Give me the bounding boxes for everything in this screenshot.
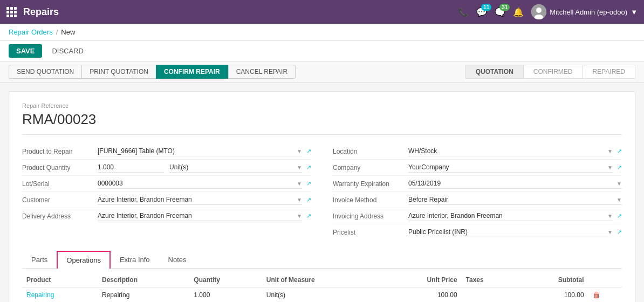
company-input[interactable] — [408, 163, 607, 171]
cell-uom: Unit(s) — [262, 287, 381, 303]
company-dropdown[interactable]: ▼ — [408, 162, 613, 173]
customer-external-link[interactable]: ↗ — [306, 196, 311, 203]
svg-point-1 — [536, 8, 542, 13]
unit-dropdown[interactable]: ▼ — [169, 162, 302, 173]
delivery-input[interactable] — [98, 212, 297, 219]
warranty-dropdown-arrow[interactable]: ▼ — [616, 181, 622, 187]
breadcrumb-separator: / — [56, 28, 58, 36]
reference-label: Repair Reference — [22, 102, 622, 109]
value-location: ▼ ↗ — [408, 146, 622, 156]
form-row-delivery: Delivery Address ▼ ↗ — [22, 208, 311, 224]
chat-icon[interactable]: 💬 11 — [476, 7, 487, 17]
invoicing-address-external-link[interactable]: ↗ — [617, 212, 622, 219]
form-row-quantity: Product Quantity ▼ ↗ — [22, 160, 311, 176]
navbar-right: 📞 💬 11 🗨️ 31 🔔 Mitchell Admin (ep-odoo) … — [458, 4, 638, 19]
pricelist-external-link[interactable]: ↗ — [617, 229, 622, 236]
value-customer: ▼ ↗ — [98, 195, 311, 205]
delete-row-icon[interactable]: 🗑 — [593, 291, 600, 299]
quantity-input[interactable] — [98, 163, 164, 171]
value-pricelist: ▼ ↗ — [408, 227, 622, 237]
bell-icon[interactable]: 🔔 — [513, 7, 524, 17]
location-external-link[interactable]: ↗ — [617, 148, 622, 155]
cell-product: Repairing — [22, 287, 98, 303]
cancel-repair-button[interactable]: CANCEL REPAIR — [228, 65, 296, 79]
discard-button[interactable]: DISCARD — [46, 44, 89, 58]
invoice-method-dropdown[interactable]: ▼ — [408, 195, 622, 205]
user-info[interactable]: Mitchell Admin (ep-odoo) ▼ — [531, 4, 638, 19]
invoice-method-dropdown-arrow[interactable]: ▼ — [616, 197, 622, 203]
send-quotation-button[interactable]: SEND QUOTATION — [9, 65, 81, 79]
invoicing-address-dropdown-arrow[interactable]: ▼ — [607, 213, 613, 219]
status-bar: QUOTATION CONFIRMED REPAIRED — [465, 65, 635, 79]
tab-operations[interactable]: Operations — [57, 251, 111, 269]
form-card: Repair Reference RMA/00023 Product to Re… — [9, 91, 635, 302]
status-step-repaired: REPAIRED — [583, 65, 635, 79]
unit-dropdown-arrow[interactable]: ▼ — [297, 164, 302, 170]
cell-description: Repairing — [98, 287, 189, 303]
user-name: Mitchell Admin (ep-odoo) — [550, 8, 627, 16]
tabs-bar: Parts Operations Extra Info Notes — [22, 251, 622, 269]
product-input[interactable] — [98, 147, 297, 155]
quantity-dropdown[interactable] — [98, 162, 164, 173]
company-dropdown-arrow[interactable]: ▼ — [607, 164, 613, 170]
phone-icon[interactable]: 📞 — [458, 7, 469, 17]
invoicing-address-input[interactable] — [408, 212, 607, 219]
col-subtotal: Subtotal — [517, 273, 588, 287]
cell-unit-price: 100.00 — [381, 287, 462, 303]
table-row: Repairing Repairing 1.000 Unit(s) 100.00… — [22, 287, 622, 303]
tab-parts[interactable]: Parts — [22, 251, 57, 269]
label-product: Product to Repair — [22, 148, 98, 155]
print-quotation-button[interactable]: PRINT QUOTATION — [81, 65, 156, 79]
product-dropdown-arrow[interactable]: ▼ — [297, 148, 302, 154]
company-external-link[interactable]: ↗ — [617, 164, 622, 171]
label-quantity: Product Quantity — [22, 164, 98, 171]
value-delivery: ▼ ↗ — [98, 211, 311, 221]
tab-notes[interactable]: Notes — [159, 251, 196, 269]
warranty-dropdown[interactable]: ▼ — [408, 179, 622, 189]
invoice-method-input[interactable] — [408, 196, 616, 203]
confirm-repair-button[interactable]: CONFIRM REPAIR — [156, 65, 228, 79]
pricelist-input[interactable] — [408, 228, 607, 236]
action-buttons-left: SEND QUOTATION PRINT QUOTATION CONFIRM R… — [9, 65, 296, 79]
save-button[interactable]: SAVE — [9, 44, 42, 58]
delivery-dropdown-arrow[interactable]: ▼ — [297, 213, 302, 219]
grid-icon[interactable] — [6, 7, 17, 17]
location-dropdown[interactable]: ▼ — [408, 146, 613, 156]
invoicing-address-dropdown[interactable]: ▼ — [408, 211, 613, 221]
breadcrumb-parent[interactable]: Repair Orders — [9, 28, 53, 36]
product-link[interactable]: Repairing — [26, 291, 54, 299]
product-dropdown[interactable]: ▼ — [98, 146, 302, 156]
main-content: Repair Reference RMA/00023 Product to Re… — [0, 83, 644, 302]
form-row-customer: Customer ▼ ↗ — [22, 192, 311, 208]
operations-table: Product Description Quantity Unit of Mea… — [22, 273, 622, 302]
warranty-input[interactable] — [408, 180, 616, 187]
unit-input[interactable] — [169, 163, 297, 171]
value-lot: ▼ ↗ — [98, 179, 311, 189]
pricelist-dropdown-arrow[interactable]: ▼ — [607, 229, 613, 235]
col-quantity: Quantity — [189, 273, 262, 287]
pricelist-dropdown[interactable]: ▼ — [408, 227, 613, 237]
col-uom: Unit of Measure — [262, 273, 381, 287]
delivery-dropdown[interactable]: ▼ — [98, 211, 302, 221]
action-bar: SAVE DISCARD — [0, 41, 644, 61]
lot-dropdown-arrow[interactable]: ▼ — [297, 181, 302, 187]
col-unit-price: Unit Price — [381, 273, 462, 287]
breadcrumb: Repair Orders / New — [0, 24, 644, 41]
message-icon[interactable]: 🗨️ 31 — [495, 7, 505, 17]
quantity-external-link[interactable]: ↗ — [306, 164, 311, 171]
product-external-link[interactable]: ↗ — [306, 148, 311, 155]
lot-external-link[interactable]: ↗ — [306, 180, 311, 187]
location-dropdown-arrow[interactable]: ▼ — [607, 148, 613, 154]
chat-badge: 11 — [481, 4, 491, 11]
value-warranty: ▼ — [408, 179, 622, 189]
customer-dropdown[interactable]: ▼ — [98, 195, 302, 205]
form-row-invoice-method: Invoice Method ▼ — [333, 192, 622, 208]
value-company: ▼ ↗ — [408, 162, 622, 173]
tab-extra-info[interactable]: Extra Info — [111, 251, 159, 269]
delivery-external-link[interactable]: ↗ — [306, 212, 311, 219]
lot-dropdown[interactable]: ▼ — [98, 179, 302, 189]
location-input[interactable] — [408, 147, 607, 155]
lot-input[interactable] — [98, 180, 297, 187]
customer-input[interactable] — [98, 196, 297, 203]
customer-dropdown-arrow[interactable]: ▼ — [297, 197, 302, 203]
